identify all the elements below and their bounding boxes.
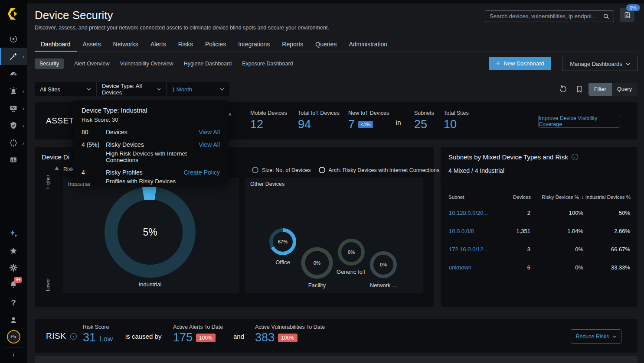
top-strip [27, 0, 644, 3]
gauge-icon [9, 69, 18, 78]
column-industrial-devices[interactable]: Industrial Devices % [584, 191, 631, 204]
filter-bar: All Sites Device Type: All Devices 1 Mon… [35, 82, 229, 96]
stat-label: New IoT Devices [348, 110, 389, 116]
sidebar-item-favorites[interactable] [0, 242, 27, 259]
sidebar-item-security-policies[interactable]: › [0, 117, 27, 134]
stat-value[interactable]: 10 [444, 118, 469, 131]
time-range-dropdown[interactable]: 1 Month [167, 82, 229, 96]
info-icon[interactable]: i [572, 154, 578, 160]
sidebar-item-user[interactable] [0, 311, 27, 329]
industrial-chart-panel: Industrial 5% Industrial [63, 178, 239, 293]
radio-arch[interactable]: Arch: Risky Devices with Internet Connec… [319, 167, 440, 173]
subnets-table: Subnet Devices Risky Devices %↓ Industri… [448, 191, 631, 276]
sidebar-item-ai-assistant[interactable] [0, 225, 27, 243]
chevron-right-icon: › [23, 123, 24, 129]
view-all-link[interactable]: View All [199, 141, 220, 148]
sidebar: › › › [0, 0, 27, 363]
stat-value[interactable]: 94 [298, 118, 340, 131]
sidebar-item-reports[interactable] [0, 152, 27, 169]
generic-iot-donut-value: 0% [337, 238, 365, 266]
subtab-vulnerability-overview[interactable]: Vulnerability Overview [120, 61, 173, 67]
tab-administration[interactable]: Administration [343, 38, 393, 52]
sidebar-item-processes[interactable]: › [0, 134, 27, 152]
table-row: 172.16.0.0/12... 3 0% 66.67% [448, 240, 631, 258]
sidebar-item-settings[interactable] [0, 259, 27, 276]
tab-queries[interactable]: Queries [309, 38, 343, 52]
risky-pct-cell: 100% [531, 204, 584, 222]
info-icon[interactable]: i [70, 333, 77, 340]
query-toggle-button[interactable]: Query [612, 83, 637, 96]
tab-dashboard[interactable]: Dashboard [35, 38, 77, 52]
reduce-risks-button[interactable]: Reduce Risks [571, 329, 621, 344]
sidebar-item-radar[interactable] [0, 30, 27, 48]
sidebar-item-device-security[interactable]: › [0, 48, 27, 65]
column-risky-devices[interactable]: Risky Devices %↓ [531, 191, 584, 204]
brand-logo[interactable] [0, 4, 27, 23]
siren-icon [9, 86, 18, 96]
panel-label: Other Devices [250, 181, 284, 187]
manage-dashboards-button[interactable]: Manage Dashboards [562, 57, 638, 71]
subnet-link[interactable]: unknown [449, 264, 471, 271]
sites-dropdown[interactable]: All Sites [35, 82, 97, 96]
subnet-link[interactable]: 10.128.0.0/20... [449, 210, 488, 216]
distribution-title: Device Di [42, 153, 69, 161]
search-input[interactable] [485, 13, 602, 19]
shield-check-icon [9, 121, 18, 130]
radar-icon [9, 34, 18, 44]
chevron-down-icon [157, 88, 161, 91]
vulns-value[interactable]: 383 [255, 331, 275, 344]
sidebar-item-alerts[interactable]: › [0, 82, 27, 100]
improve-visibility-button[interactable]: Improve Device Visibility Coverage [538, 115, 620, 128]
stat-value[interactable]: 12 [250, 118, 287, 131]
tab-risks[interactable]: Risks [172, 38, 199, 52]
radio-label: Arch: Risky Devices with Internet Connec… [329, 167, 440, 173]
sidebar-item-notifications[interactable]: 9+ [0, 276, 27, 293]
sidebar-item-monitoring[interactable]: › [0, 100, 27, 117]
device-type-dropdown[interactable]: Device Type: All Devices [97, 82, 167, 96]
subtab-security[interactable]: Security [35, 58, 64, 69]
search-icon[interactable] [602, 13, 610, 20]
new-dashboard-button[interactable]: + New Dashboard [489, 57, 551, 70]
page-title: Device Security [35, 9, 113, 22]
sidebar-item-account[interactable]: Pa [0, 328, 27, 345]
axis-lower-label: Lower [45, 278, 50, 291]
industrial-tooltip: Device Type: Industrial Risk Score: 30 8… [73, 100, 229, 183]
tab-alerts[interactable]: Alerts [144, 38, 172, 52]
column-devices[interactable]: Devices [505, 191, 531, 204]
tab-networks[interactable]: Networks [107, 38, 144, 52]
tooltip-description: High Risk Devices with Internet Connecti… [106, 150, 220, 163]
view-all-link[interactable]: View All [199, 129, 220, 136]
filter-toggle-button[interactable]: Filter [588, 83, 612, 96]
subnet-link[interactable]: 172.16.0.0/12... [449, 246, 488, 253]
industrial-pct-cell: 66.67% [584, 240, 631, 258]
refresh-icon[interactable] [559, 85, 567, 94]
subtab-alert-overview[interactable]: Alert Overview [74, 61, 109, 67]
sidebar-item-gauge[interactable] [0, 65, 27, 82]
route-icon [9, 52, 18, 61]
global-search[interactable] [485, 10, 614, 22]
alerts-value[interactable]: 175 [173, 331, 193, 344]
sidebar-expand-button[interactable]: › [0, 347, 27, 362]
industrial-donut-label: Industrial [107, 281, 193, 288]
subtab-exposure-dashboard[interactable]: Exposure Dashboard [242, 61, 293, 67]
chevron-down-icon [612, 335, 617, 338]
radio-size[interactable]: Size: No. of Devices [252, 167, 311, 173]
sparkles-icon [8, 229, 19, 239]
bar-chart-icon [9, 156, 18, 165]
create-policy-link[interactable]: Create Policy [184, 169, 220, 176]
sidebar-item-help[interactable]: ? [0, 294, 27, 311]
active-alerts-group: Active Alerts To Date 175 100% [173, 324, 223, 344]
tab-reports[interactable]: Reports [276, 38, 309, 52]
chevron-right-icon: › [13, 351, 15, 358]
tab-integrations[interactable]: Integrations [232, 38, 276, 52]
subtab-hygiene-dashboard[interactable]: Hygiene Dashboard [184, 61, 232, 67]
column-subnet[interactable]: Subnet [448, 191, 505, 204]
tab-assets[interactable]: Assets [77, 38, 107, 52]
risk-score-value[interactable]: 31 [83, 331, 96, 344]
bookmark-icon[interactable] [575, 85, 584, 94]
stat-value[interactable]: 7 [348, 118, 355, 131]
stat-value[interactable]: 25 [414, 118, 434, 131]
radio-icon [319, 167, 325, 173]
tab-policies[interactable]: Policies [199, 38, 232, 52]
subnet-link[interactable]: 10.0.0.0/8 [449, 228, 474, 234]
